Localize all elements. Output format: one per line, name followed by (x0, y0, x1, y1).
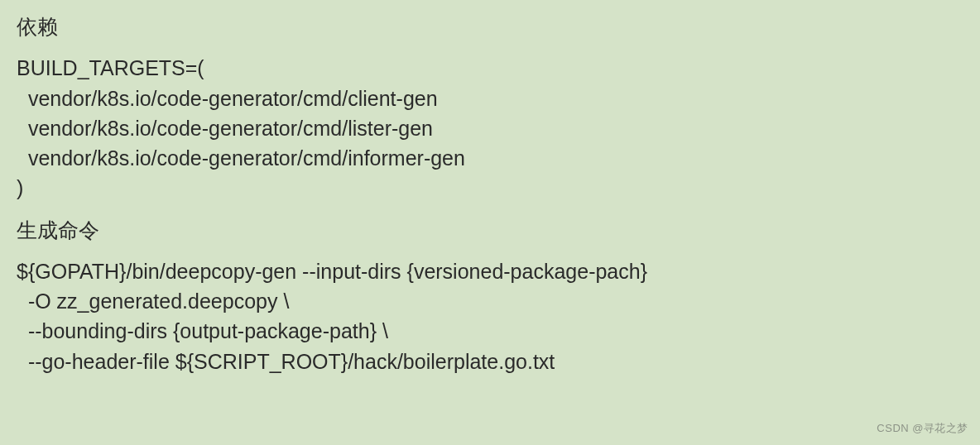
command-line: -O zz_generated.deepcopy \ (17, 286, 963, 316)
build-targets-block: BUILD_TARGETS=( vendor/k8s.io/code-gener… (17, 53, 963, 203)
build-target-item: vendor/k8s.io/code-generator/cmd/lister-… (17, 113, 963, 143)
generate-command-block: ${GOPATH}/bin/deepcopy-gen --input-dirs … (17, 256, 963, 376)
generate-command-heading: 生成命令 (17, 215, 963, 245)
build-target-item: vendor/k8s.io/code-generator/cmd/client-… (17, 84, 963, 113)
command-line: --bounding-dirs {output-package-path} \ (17, 316, 963, 346)
watermark-text: CSDN @寻花之梦 (877, 421, 968, 437)
build-target-item: vendor/k8s.io/code-generator/cmd/informe… (17, 143, 963, 173)
heading-text: 依赖 (17, 12, 963, 41)
heading-text: 生成命令 (17, 215, 963, 245)
build-targets-open: BUILD_TARGETS=( (17, 53, 963, 83)
command-line: --go-header-file ${SCRIPT_ROOT}/hack/boi… (17, 347, 963, 376)
build-targets-close: ) (17, 173, 963, 203)
command-line: ${GOPATH}/bin/deepcopy-gen --input-dirs … (17, 256, 963, 286)
dependencies-heading: 依赖 (17, 12, 963, 41)
